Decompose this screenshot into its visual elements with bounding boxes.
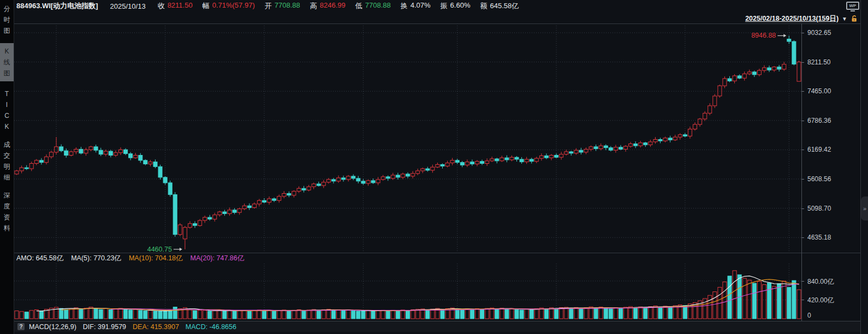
- quote-field: 低7708.88: [355, 1, 391, 11]
- candles: [15, 35, 801, 249]
- price-axis-label: 6786.36: [807, 117, 831, 124]
- macd-value: MACD: -46.8656: [186, 323, 236, 331]
- quote-field-value: 8211.50: [168, 1, 193, 11]
- quote-field-label: 振: [441, 1, 448, 11]
- quote-field: 收8211.50: [158, 1, 193, 11]
- expand-panel-tab[interactable]: »: [861, 196, 868, 220]
- price-axis-tick: [801, 62, 804, 63]
- price-axis-label: 5098.70: [807, 205, 831, 212]
- quote-field: 振6.60%: [441, 1, 471, 11]
- quote-field: 额645.58亿: [480, 1, 519, 11]
- volume-axis-tick: [801, 281, 804, 282]
- volume-axis-tick: [801, 300, 804, 300]
- sidebar-item-minute-chart[interactable]: 分时图: [0, 3, 14, 36]
- indicator-value: MA(20): 747.86亿: [191, 254, 245, 263]
- quote-field: 幅0.71%(57.97): [203, 1, 255, 11]
- quote-date: 2025/10/13: [110, 2, 146, 10]
- macd-value: MACD(12,26,9): [29, 323, 76, 331]
- volume-ma-line-ma20: [111, 284, 799, 311]
- price-grid: [14, 23, 801, 253]
- quote-field-label: 低: [355, 1, 362, 11]
- quote-field-label: 收: [158, 1, 165, 11]
- price-axis-label: 9032.65: [807, 29, 831, 37]
- stock-code: 884963.WI[动力电池指数]: [16, 1, 98, 11]
- volume-bars: [15, 271, 801, 319]
- axis-separator: [801, 23, 802, 321]
- quote-field-label: 换: [401, 1, 408, 11]
- volume-ma-line-ma10: [61, 279, 799, 311]
- price-chart-pane[interactable]: 8946.884460.75: [14, 23, 801, 253]
- quote-fields: 收8211.50幅0.71%(57.97)开7708.88高8246.99低77…: [158, 1, 529, 11]
- quote-field-label: 幅: [203, 1, 210, 11]
- price-axis-label: 6169.42: [807, 146, 831, 153]
- price-axis-tick: [801, 179, 804, 180]
- macd-value: DEA: 415.3907: [133, 323, 179, 331]
- quote-field-value: 7708.88: [365, 1, 391, 11]
- indicator-value: MA(5): 770.23亿: [71, 254, 121, 263]
- sidebar-item-tick[interactable]: TICK: [0, 88, 14, 132]
- right-panel-strip: »: [860, 0, 868, 334]
- quote-field-label: 额: [480, 1, 487, 11]
- quote-field-value: 0.71%(57.97): [212, 1, 255, 11]
- price-axis-tick: [801, 237, 804, 238]
- quote-field: 开7708.88: [265, 1, 300, 11]
- price-annotation: 8946.88: [751, 32, 776, 39]
- wp-logo-icon: WP: [846, 2, 859, 11]
- price-axis-label: 8211.50: [807, 58, 831, 66]
- price-axis-tick: [801, 33, 804, 33]
- sidebar-item-trade-detail[interactable]: 成交明细: [0, 139, 14, 183]
- date-range-selector[interactable]: 2025/02/18-2025/10/13(159日): [745, 14, 839, 23]
- volume-axis-label: 840.00亿: [807, 277, 834, 287]
- unlock-icon[interactable]: [851, 15, 858, 22]
- volume-chart-canvas[interactable]: [14, 264, 801, 321]
- macd-readout-row: ? MACD(12,26,9)DIF: 391.9579DEA: 415.390…: [14, 321, 860, 332]
- price-annotation: 4460.75: [147, 246, 172, 253]
- quote-field-value: 8246.99: [320, 1, 346, 11]
- price-axis-tick: [801, 150, 804, 150]
- quote-field: 换4.07%: [401, 1, 431, 11]
- left-sidebar: 分时图K线图TICK成交明细深度资料: [0, 0, 14, 334]
- volume-axis-label: 420.00亿: [807, 296, 834, 305]
- date-range-bar: 2025/02/18-2025/10/13(159日) ▼: [745, 14, 858, 23]
- volume-chart-pane[interactable]: [14, 264, 801, 321]
- quote-field-label: 开: [265, 1, 272, 11]
- price-axis-label: 4635.18: [807, 234, 831, 241]
- quote-field-label: 高: [310, 1, 317, 11]
- price-chart-canvas[interactable]: 8946.884460.75: [14, 23, 801, 253]
- volume-axis-label: 0: [807, 312, 811, 319]
- volume-indicator-readout: AMO: 645.58亿MA(5): 770.23亿MA(10): 704.18…: [16, 253, 252, 264]
- quote-field-value: 7708.88: [275, 1, 300, 11]
- quote-field: 高8246.99: [310, 1, 346, 11]
- price-axis-label: 7465.00: [807, 87, 831, 95]
- price-axis-tick: [801, 208, 804, 209]
- trading-terminal: 分时图K线图TICK成交明细深度资料 884963.WI[动力电池指数] 202…: [0, 0, 868, 334]
- chevron-down-icon[interactable]: ▼: [842, 16, 847, 22]
- volume-ma-line-ma5: [37, 276, 799, 311]
- sidebar-item-kline-chart[interactable]: K线图: [0, 43, 14, 81]
- indicator-value: AMO: 645.58亿: [16, 254, 63, 263]
- quote-field-value: 6.60%: [450, 1, 471, 11]
- quote-field-value: 645.58亿: [490, 1, 519, 11]
- macd-values: MACD(12,26,9)DIF: 391.9579DEA: 415.3907M…: [29, 323, 243, 331]
- macd-value: DIF: 391.9579: [83, 323, 126, 331]
- help-icon[interactable]: ?: [17, 323, 25, 330]
- price-axis-tick: [801, 91, 804, 92]
- quote-field-value: 4.07%: [411, 1, 431, 11]
- quote-header: 884963.WI[动力电池指数] 2025/10/13 收8211.50幅0.…: [16, 0, 528, 12]
- indicator-value: MA(10): 704.18亿: [129, 254, 183, 263]
- price-axis-label: 5608.56: [807, 175, 831, 183]
- price-axis-tick: [801, 121, 804, 121]
- sidebar-item-depth-info[interactable]: 深度资料: [0, 190, 14, 234]
